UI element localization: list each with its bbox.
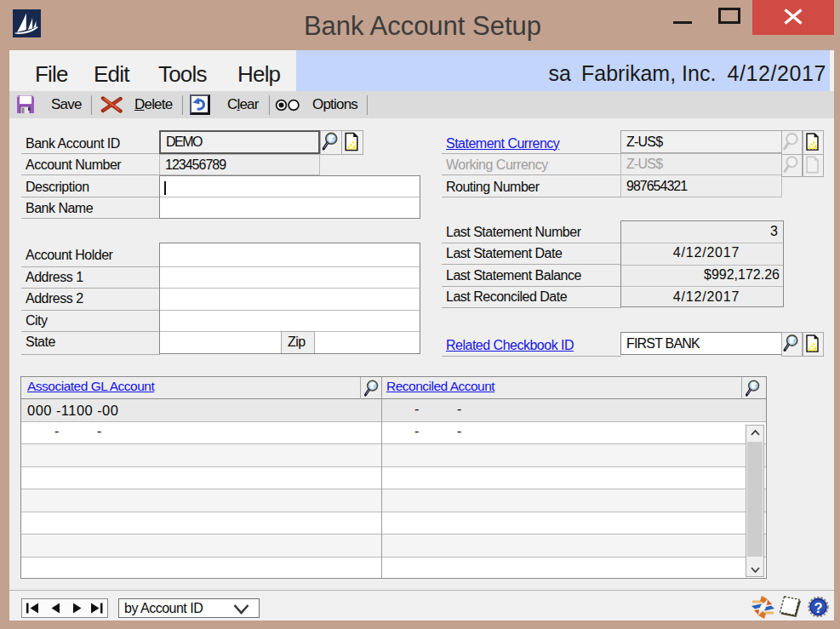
svg-text:?: ? <box>814 600 822 615</box>
